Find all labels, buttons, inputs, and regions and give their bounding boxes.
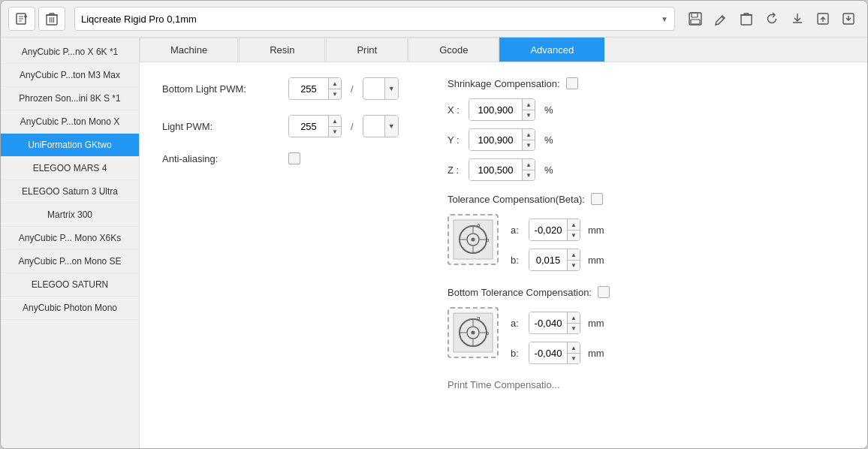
bottom-tolerance-a-mm: mm <box>588 318 604 329</box>
profile-label: Liqcreate Rigid Pro 0,1mm <box>81 14 197 25</box>
toolbar-icons <box>684 8 860 30</box>
tolerance-header: Tolerance Compensation(Beta): <box>448 193 845 205</box>
tolerance-a-down[interactable]: ▼ <box>568 230 580 240</box>
bottom-tolerance-b-up[interactable]: ▲ <box>568 342 580 353</box>
tolerance-ab-values: a: ▲ ▼ mm <box>511 214 604 271</box>
download-icon-button[interactable] <box>786 8 809 30</box>
sidebar-item-1[interactable]: AnyCubic P...ton M3 Max <box>1 64 139 87</box>
sidebar-item-3[interactable]: AnyCubic P...ton Mono X <box>1 110 139 134</box>
shrinkage-z-up[interactable]: ▲ <box>523 159 535 170</box>
tolerance-b-input[interactable] <box>529 249 567 270</box>
tolerance-b-spinners: ▲ ▼ <box>567 249 580 270</box>
bottom-light-pwm-input-group: ▲ ▼ <box>288 77 342 100</box>
sidebar-item-7[interactable]: Martrix 300 <box>1 203 139 227</box>
bottom-tolerance-b-mm: mm <box>588 348 604 359</box>
bottom-tolerance-a-down[interactable]: ▼ <box>568 323 580 333</box>
shrinkage-z-input[interactable] <box>469 159 522 180</box>
bottom-tolerance-b-label: b: <box>511 348 523 359</box>
shrinkage-x-up[interactable]: ▲ <box>523 99 535 110</box>
anti-aliasing-checkbox[interactable] <box>288 152 300 164</box>
print-time-label: Print Time Compensatio... <box>448 379 560 390</box>
bottom-light-pwm-input[interactable] <box>289 78 328 99</box>
tolerance-checkbox[interactable] <box>591 193 603 205</box>
light-pwm-input[interactable] <box>289 116 328 137</box>
light-pwm-label: Light PWM: <box>162 121 282 132</box>
sidebar-item-5[interactable]: ELEGOO MARS 4 <box>1 157 139 180</box>
shrinkage-z-row: Z : ▲ ▼ % <box>448 158 845 181</box>
tolerance-a-up[interactable]: ▲ <box>568 219 580 230</box>
tolerance-b-input-wrap: ▲ ▼ <box>529 249 580 271</box>
left-column: Bottom Light PWM: ▲ ▼ / ▼ <box>162 77 402 433</box>
x-label: X : <box>448 104 463 116</box>
bottom-light-pwm-down[interactable]: ▼ <box>329 89 341 99</box>
y-label: Y : <box>448 134 463 146</box>
light-pwm-row: Light PWM: ▲ ▼ / ▼ <box>162 115 402 137</box>
sidebar: AnyCubic P...no X 6K *1 AnyCubic P...ton… <box>1 38 140 448</box>
sidebar-item-0[interactable]: AnyCubic P...no X 6K *1 <box>1 41 139 64</box>
shrinkage-checkbox[interactable] <box>566 77 578 89</box>
shrinkage-y-up[interactable]: ▲ <box>523 129 535 140</box>
sidebar-item-2[interactable]: Phrozen Son...ini 8K S *1 <box>1 87 139 110</box>
download-icon <box>791 12 804 26</box>
sidebar-item-9[interactable]: AnyCubic P...on Mono SE <box>1 250 139 273</box>
profile-dropdown[interactable]: Liqcreate Rigid Pro 0,1mm ▼ <box>74 7 675 31</box>
bottom-tolerance-a-input[interactable] <box>529 312 567 333</box>
tab-print[interactable]: Print <box>326 38 408 62</box>
delete-button[interactable] <box>38 7 65 31</box>
bottom-tolerance-checkbox[interactable] <box>598 286 610 298</box>
bottom-light-pwm-spinners: ▲ ▼ <box>328 78 341 99</box>
shrinkage-x-down[interactable]: ▼ <box>523 110 535 120</box>
tab-gcode[interactable]: Gcode <box>408 38 499 62</box>
tolerance-b-up[interactable]: ▲ <box>568 249 580 260</box>
bottom-tolerance-a-up[interactable]: ▲ <box>568 312 580 323</box>
new-button[interactable] <box>8 7 35 31</box>
light-pwm-down[interactable]: ▼ <box>329 126 341 137</box>
tolerance-a-input[interactable] <box>529 219 567 240</box>
shrinkage-y-down[interactable]: ▼ <box>523 140 535 150</box>
edit-icon-button[interactable] <box>710 8 732 30</box>
svg-text:a: a <box>477 315 481 321</box>
bottom-tolerance-b-input[interactable] <box>529 342 567 363</box>
sidebar-item-11[interactable]: AnyCubic Photon Mono <box>1 297 139 320</box>
light-pwm-dropdown-arrow[interactable]: ▼ <box>384 116 398 137</box>
import-icon <box>842 12 855 26</box>
refresh-icon <box>765 12 779 26</box>
svg-point-28 <box>472 238 475 242</box>
tolerance-a-input-wrap: ▲ ▼ <box>529 218 580 241</box>
tab-advanced[interactable]: Advanced <box>499 38 604 62</box>
tolerance-a-mm: mm <box>588 225 604 236</box>
dropdown-arrow-icon: ▼ <box>661 15 668 23</box>
import-icon-button[interactable] <box>837 8 860 30</box>
bottom-light-pwm-up[interactable]: ▲ <box>329 78 341 89</box>
tolerance-a-spinners: ▲ ▼ <box>567 219 580 240</box>
bottom-tolerance-b-input-wrap: ▲ ▼ <box>529 342 580 364</box>
svg-text:b: b <box>486 237 490 243</box>
sidebar-item-10[interactable]: ELEGOO SATURN <box>1 273 139 297</box>
tab-resin[interactable]: Resin <box>239 38 325 62</box>
refresh-icon-button[interactable] <box>761 8 783 30</box>
shrinkage-y-spinners: ▲ ▼ <box>522 129 535 150</box>
shrinkage-x-spinners: ▲ ▼ <box>522 99 535 120</box>
save-icon-button[interactable] <box>684 8 707 30</box>
bottom-tolerance-b-down[interactable]: ▼ <box>568 353 580 363</box>
slash-divider-2: / <box>348 121 357 132</box>
sidebar-item-8[interactable]: AnyCubic P... Mono X6Ks <box>1 227 139 250</box>
shrinkage-z-input-group: ▲ ▼ <box>469 158 535 181</box>
tolerance-diagram: a b <box>448 214 499 265</box>
sidebar-item-6[interactable]: ELEGOO Saturn 3 Ultra <box>1 180 139 203</box>
tab-machine[interactable]: Machine <box>140 38 238 62</box>
bottom-light-pwm-dropdown-arrow[interactable]: ▼ <box>384 78 398 99</box>
export-icon-button[interactable] <box>812 8 834 30</box>
shrinkage-z-down[interactable]: ▼ <box>523 170 535 180</box>
trash-icon-button[interactable] <box>735 8 758 30</box>
svg-text:b: b <box>486 330 490 336</box>
content-area: Machine Resin Print Gcode Advanced Botto… <box>140 38 867 448</box>
sidebar-item-4[interactable]: UniFormation GKtwo <box>1 134 139 157</box>
shrinkage-x-input[interactable] <box>469 99 522 120</box>
light-pwm-up[interactable]: ▲ <box>329 116 341 126</box>
slash-divider-1: / <box>348 83 357 95</box>
y-pct-label: % <box>544 134 553 146</box>
shrinkage-y-input[interactable] <box>469 129 522 150</box>
tolerance-b-down[interactable]: ▼ <box>568 260 580 270</box>
z-label: Z : <box>448 164 463 176</box>
